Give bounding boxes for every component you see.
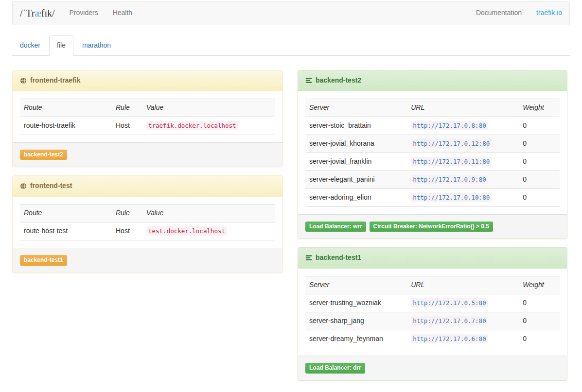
- server-url-link[interactable]: http://172.17.0.8:80: [411, 121, 488, 130]
- weight-cell: 0: [519, 135, 560, 153]
- server-url-link[interactable]: http://172.17.0.6:80: [411, 334, 488, 343]
- frontends-column: frontend-traefik Route Rule Value route-…: [12, 70, 283, 281]
- url-cell: http://172.17.0.8:80: [407, 117, 519, 135]
- table-row: server-jovial_franklin http://172.17.0.1…: [305, 153, 560, 170]
- column-header-value: Value: [142, 205, 275, 222]
- tasks-icon: [305, 77, 312, 84]
- load-balancer-badge: Load Balancer: drr: [305, 363, 365, 373]
- tasks-icon: [305, 255, 312, 261]
- table-header-row: Server URL Weight: [305, 99, 560, 117]
- backend-ref-badge: backend-test2: [20, 150, 67, 160]
- table-header-row: Server URL Weight: [305, 276, 560, 294]
- server-url-link[interactable]: http://172.17.0.7:80: [411, 316, 488, 325]
- table-row: server-elegant_panini http://172.17.0.9:…: [305, 170, 560, 188]
- server-url-link[interactable]: http://172.17.0.9:80: [411, 175, 488, 184]
- navbar-right-links: Documentation traefik.io: [469, 1, 569, 25]
- url-cell: http://172.17.0.7:80: [407, 312, 519, 330]
- frontend-routes-table: Route Rule Value route-host-test Host te…: [20, 204, 275, 240]
- table-row: server-trusting_wozniak http://172.17.0.…: [305, 294, 560, 312]
- server-cell: server-elegant_panini: [305, 170, 407, 188]
- rule-value-code: test.docker.localhost: [146, 226, 227, 236]
- frontend-test-panel: frontend-test Route Rule Value route-hos…: [12, 175, 283, 273]
- server-url-link[interactable]: http://172.17.0.12:80: [411, 139, 492, 148]
- backend-panel-heading: backend-test1: [298, 248, 567, 269]
- table-row: server-stoic_brattain http://172.17.0.8:…: [305, 117, 560, 135]
- panel-title: backend-test1: [316, 253, 361, 263]
- server-cell: server-trusting_wozniak: [305, 294, 407, 312]
- tab-file[interactable]: file: [49, 35, 73, 56]
- backend-servers-table: Server URL Weight server-trusting_woznia…: [305, 276, 560, 348]
- column-header-value: Value: [142, 99, 275, 117]
- url-cell: http://172.17.0.10:80: [407, 188, 519, 206]
- route-cell: route-host-test: [20, 222, 112, 240]
- backend-test1-panel: backend-test1 Server URL Weight server-t…: [298, 247, 567, 380]
- panel-footer: backend-test2: [13, 142, 282, 167]
- rule-cell: Host: [112, 222, 142, 240]
- rule-cell: Host: [112, 117, 142, 135]
- panel-footer: backend-test1: [13, 248, 282, 272]
- weight-cell: 0: [519, 170, 560, 188]
- brand-suffix: fɪk/: [41, 8, 55, 18]
- column-header-weight: Weight: [519, 99, 560, 117]
- panel-body: Route Rule Value route-host-test Host te…: [13, 197, 282, 248]
- brand-highlight: æ: [35, 8, 41, 18]
- column-header-url: URL: [407, 276, 519, 294]
- page-container: /ˈTræfɪk/ Providers Health Documentation…: [12, 1, 570, 389]
- navbar-left-links: Providers Health: [62, 1, 140, 25]
- column-header-route: Route: [20, 205, 112, 222]
- server-url-link[interactable]: http://172.17.0.5:80: [411, 298, 488, 307]
- table-row: route-host-traefik Host traefik.docker.l…: [20, 117, 275, 135]
- backend-panel-heading: backend-test2: [298, 70, 567, 91]
- server-url-link[interactable]: http://172.17.0.10:80: [411, 193, 492, 202]
- panel-body: Server URL Weight server-stoic_brattain …: [298, 91, 567, 214]
- rule-value-code: traefik.docker.localhost: [146, 121, 238, 130]
- value-cell: traefik.docker.localhost: [142, 117, 275, 135]
- globe-icon: [20, 183, 27, 189]
- panel-title: frontend-test: [30, 181, 72, 191]
- backends-column: backend-test2 Server URL Weight server-s…: [298, 70, 567, 389]
- panel-title: backend-test2: [316, 76, 361, 85]
- nav-link-providers[interactable]: Providers: [62, 1, 106, 25]
- traefik-brand[interactable]: /ˈTræfɪk/: [13, 6, 62, 20]
- column-header-rule: Rule: [112, 99, 142, 117]
- table-header-row: Route Rule Value: [20, 205, 275, 222]
- tab-docker[interactable]: docker: [12, 35, 48, 56]
- globe-icon: [20, 77, 27, 84]
- url-cell: http://172.17.0.12:80: [407, 135, 519, 153]
- nav-link-traefik-io[interactable]: traefik.io: [529, 1, 569, 25]
- nav-link-health[interactable]: Health: [106, 1, 140, 25]
- column-header-route: Route: [20, 99, 112, 117]
- weight-cell: 0: [519, 153, 560, 170]
- weight-cell: 0: [519, 117, 560, 135]
- weight-cell: 0: [519, 312, 560, 330]
- provider-tabs: docker file marathon: [12, 35, 570, 56]
- column-header-rule: Rule: [112, 205, 142, 222]
- column-header-weight: Weight: [519, 276, 560, 294]
- table-row: server-sharp_jang http://172.17.0.7:80 0: [305, 312, 560, 330]
- tab-marathon[interactable]: marathon: [74, 35, 119, 56]
- server-url-link[interactable]: http://172.17.0.11:80: [411, 157, 492, 166]
- weight-cell: 0: [519, 188, 560, 206]
- weight-cell: 0: [519, 330, 560, 348]
- column-header-url: URL: [407, 99, 519, 117]
- route-cell: route-host-traefik: [20, 117, 112, 135]
- load-balancer-badge: Load Balancer: wrr: [305, 222, 366, 232]
- server-cell: server-stoic_brattain: [305, 117, 407, 135]
- panel-footer: Load Balancer: drr: [298, 356, 567, 380]
- frontend-panel-heading: frontend-test: [13, 176, 282, 197]
- frontend-panel-heading: frontend-traefik: [13, 70, 282, 91]
- backend-ref-badge: backend-test1: [20, 255, 67, 265]
- panel-footer: Load Balancer: wrr Circuit Breaker: Netw…: [298, 214, 567, 239]
- backend-test2-panel: backend-test2 Server URL Weight server-s…: [298, 70, 567, 239]
- table-header-row: Route Rule Value: [20, 99, 275, 117]
- server-cell: server-dreamy_feynman: [305, 330, 407, 348]
- nav-link-documentation[interactable]: Documentation: [469, 1, 529, 25]
- navbar: /ˈTræfɪk/ Providers Health Documentation…: [12, 1, 570, 25]
- table-row: server-dreamy_feynman http://172.17.0.6:…: [305, 330, 560, 348]
- server-cell: server-sharp_jang: [305, 312, 407, 330]
- column-header-server: Server: [305, 276, 407, 294]
- table-row: server-adoring_elion http://172.17.0.10:…: [305, 188, 560, 206]
- panel-title: frontend-traefik: [30, 76, 80, 85]
- url-cell: http://172.17.0.11:80: [407, 153, 519, 170]
- url-cell: http://172.17.0.5:80: [407, 294, 519, 312]
